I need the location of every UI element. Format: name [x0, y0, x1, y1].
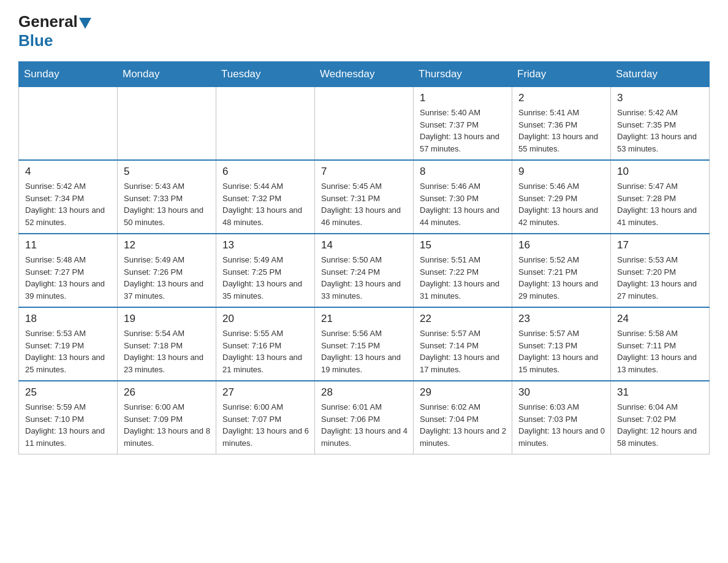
- day-info: Sunrise: 5:40 AMSunset: 7:37 PMDaylight:…: [420, 107, 507, 155]
- day-info: Sunrise: 6:01 AMSunset: 7:06 PMDaylight:…: [321, 401, 408, 449]
- day-number: 4: [25, 166, 112, 178]
- calendar-cell: 11Sunrise: 5:48 AMSunset: 7:27 PMDayligh…: [19, 234, 118, 307]
- day-number: 6: [222, 166, 309, 178]
- day-number: 24: [617, 313, 704, 325]
- calendar-cell: 29Sunrise: 6:02 AMSunset: 7:04 PMDayligh…: [414, 381, 512, 454]
- day-number: 21: [321, 313, 408, 325]
- calendar-cell: 23Sunrise: 5:57 AMSunset: 7:13 PMDayligh…: [512, 307, 611, 381]
- calendar-cell: 13Sunrise: 5:49 AMSunset: 7:25 PMDayligh…: [216, 234, 315, 307]
- day-info: Sunrise: 5:59 AMSunset: 7:10 PMDaylight:…: [25, 401, 112, 449]
- day-number: 17: [617, 239, 704, 251]
- day-info: Sunrise: 5:48 AMSunset: 7:27 PMDaylight:…: [25, 254, 112, 302]
- day-info: Sunrise: 5:51 AMSunset: 7:22 PMDaylight:…: [420, 254, 507, 302]
- day-number: 27: [222, 386, 309, 399]
- day-number: 14: [321, 239, 408, 251]
- logo-blue-text: Blue: [18, 31, 53, 50]
- calendar-cell: [216, 87, 315, 161]
- day-number: 1: [420, 92, 507, 104]
- day-number: 28: [321, 386, 408, 399]
- calendar-week-row: 25Sunrise: 5:59 AMSunset: 7:10 PMDayligh…: [19, 381, 710, 454]
- day-number: 15: [420, 239, 507, 251]
- day-info: Sunrise: 5:55 AMSunset: 7:16 PMDaylight:…: [222, 327, 309, 375]
- day-number: 18: [25, 313, 112, 325]
- logo-triangle-icon: [79, 18, 91, 29]
- day-number: 23: [518, 313, 605, 325]
- day-number: 26: [124, 386, 211, 399]
- page-header: General Blue: [18, 12, 710, 50]
- day-info: Sunrise: 6:03 AMSunset: 7:03 PMDaylight:…: [518, 401, 605, 449]
- day-info: Sunrise: 5:49 AMSunset: 7:26 PMDaylight:…: [124, 254, 211, 302]
- calendar-cell: 1Sunrise: 5:40 AMSunset: 7:37 PMDaylight…: [414, 87, 512, 161]
- day-info: Sunrise: 5:41 AMSunset: 7:36 PMDaylight:…: [518, 107, 605, 155]
- calendar-cell: 12Sunrise: 5:49 AMSunset: 7:26 PMDayligh…: [118, 234, 216, 307]
- calendar-week-row: 18Sunrise: 5:53 AMSunset: 7:19 PMDayligh…: [19, 307, 710, 381]
- calendar-cell: 7Sunrise: 5:45 AMSunset: 7:31 PMDaylight…: [315, 160, 414, 234]
- calendar-week-row: 1Sunrise: 5:40 AMSunset: 7:37 PMDaylight…: [19, 87, 710, 161]
- day-info: Sunrise: 5:54 AMSunset: 7:18 PMDaylight:…: [124, 327, 211, 375]
- day-info: Sunrise: 5:42 AMSunset: 7:34 PMDaylight:…: [25, 180, 112, 228]
- calendar-cell: 17Sunrise: 5:53 AMSunset: 7:20 PMDayligh…: [611, 234, 710, 307]
- column-header-saturday: Saturday: [611, 62, 710, 87]
- day-number: 11: [25, 239, 112, 251]
- calendar-cell: 25Sunrise: 5:59 AMSunset: 7:10 PMDayligh…: [19, 381, 118, 454]
- calendar-cell: 15Sunrise: 5:51 AMSunset: 7:22 PMDayligh…: [414, 234, 512, 307]
- day-number: 25: [25, 386, 112, 399]
- calendar-cell: 27Sunrise: 6:00 AMSunset: 7:07 PMDayligh…: [216, 381, 315, 454]
- day-info: Sunrise: 5:57 AMSunset: 7:14 PMDaylight:…: [420, 327, 507, 375]
- day-number: 19: [124, 313, 211, 325]
- calendar-cell: 14Sunrise: 5:50 AMSunset: 7:24 PMDayligh…: [315, 234, 414, 307]
- calendar-table: SundayMondayTuesdayWednesdayThursdayFrid…: [18, 61, 710, 454]
- day-number: 9: [518, 166, 605, 178]
- day-number: 10: [617, 166, 704, 178]
- calendar-week-row: 4Sunrise: 5:42 AMSunset: 7:34 PMDaylight…: [19, 160, 710, 234]
- column-header-thursday: Thursday: [414, 62, 512, 87]
- logo: General Blue: [18, 12, 93, 50]
- calendar-cell: 24Sunrise: 5:58 AMSunset: 7:11 PMDayligh…: [611, 307, 710, 381]
- calendar-cell: 8Sunrise: 5:46 AMSunset: 7:30 PMDaylight…: [414, 160, 512, 234]
- calendar-cell: 31Sunrise: 6:04 AMSunset: 7:02 PMDayligh…: [611, 381, 710, 454]
- day-info: Sunrise: 6:00 AMSunset: 7:09 PMDaylight:…: [124, 401, 211, 449]
- day-info: Sunrise: 6:02 AMSunset: 7:04 PMDaylight:…: [420, 401, 507, 449]
- column-header-sunday: Sunday: [19, 62, 118, 87]
- day-info: Sunrise: 5:58 AMSunset: 7:11 PMDaylight:…: [617, 327, 704, 375]
- column-header-wednesday: Wednesday: [315, 62, 414, 87]
- day-number: 7: [321, 166, 408, 178]
- day-info: Sunrise: 5:44 AMSunset: 7:32 PMDaylight:…: [222, 180, 309, 228]
- day-number: 16: [518, 239, 605, 251]
- day-info: Sunrise: 6:00 AMSunset: 7:07 PMDaylight:…: [222, 401, 309, 449]
- column-header-monday: Monday: [118, 62, 216, 87]
- calendar-header-row: SundayMondayTuesdayWednesdayThursdayFrid…: [19, 62, 710, 87]
- day-info: Sunrise: 5:42 AMSunset: 7:35 PMDaylight:…: [617, 107, 704, 155]
- calendar-cell: 18Sunrise: 5:53 AMSunset: 7:19 PMDayligh…: [19, 307, 118, 381]
- day-number: 12: [124, 239, 211, 251]
- calendar-cell: 9Sunrise: 5:46 AMSunset: 7:29 PMDaylight…: [512, 160, 611, 234]
- day-number: 29: [420, 386, 507, 399]
- calendar-cell: 28Sunrise: 6:01 AMSunset: 7:06 PMDayligh…: [315, 381, 414, 454]
- calendar-cell: 19Sunrise: 5:54 AMSunset: 7:18 PMDayligh…: [118, 307, 216, 381]
- day-info: Sunrise: 5:46 AMSunset: 7:29 PMDaylight:…: [518, 180, 605, 228]
- calendar-week-row: 11Sunrise: 5:48 AMSunset: 7:27 PMDayligh…: [19, 234, 710, 307]
- calendar-cell: 20Sunrise: 5:55 AMSunset: 7:16 PMDayligh…: [216, 307, 315, 381]
- calendar-cell: 10Sunrise: 5:47 AMSunset: 7:28 PMDayligh…: [611, 160, 710, 234]
- logo-general-text: General: [18, 12, 78, 31]
- day-number: 8: [420, 166, 507, 178]
- day-info: Sunrise: 5:46 AMSunset: 7:30 PMDaylight:…: [420, 180, 507, 228]
- day-info: Sunrise: 5:45 AMSunset: 7:31 PMDaylight:…: [321, 180, 408, 228]
- day-info: Sunrise: 5:56 AMSunset: 7:15 PMDaylight:…: [321, 327, 408, 375]
- calendar-cell: 21Sunrise: 5:56 AMSunset: 7:15 PMDayligh…: [315, 307, 414, 381]
- column-header-friday: Friday: [512, 62, 611, 87]
- calendar-cell: 5Sunrise: 5:43 AMSunset: 7:33 PMDaylight…: [118, 160, 216, 234]
- calendar-cell: 2Sunrise: 5:41 AMSunset: 7:36 PMDaylight…: [512, 87, 611, 161]
- calendar-cell: 6Sunrise: 5:44 AMSunset: 7:32 PMDaylight…: [216, 160, 315, 234]
- calendar-cell: [118, 87, 216, 161]
- day-number: 2: [518, 92, 605, 104]
- day-info: Sunrise: 5:50 AMSunset: 7:24 PMDaylight:…: [321, 254, 408, 302]
- calendar-cell: [19, 87, 118, 161]
- day-info: Sunrise: 5:47 AMSunset: 7:28 PMDaylight:…: [617, 180, 704, 228]
- day-number: 31: [617, 386, 704, 399]
- day-info: Sunrise: 5:49 AMSunset: 7:25 PMDaylight:…: [222, 254, 309, 302]
- calendar-cell: 30Sunrise: 6:03 AMSunset: 7:03 PMDayligh…: [512, 381, 611, 454]
- calendar-cell: 16Sunrise: 5:52 AMSunset: 7:21 PMDayligh…: [512, 234, 611, 307]
- day-number: 22: [420, 313, 507, 325]
- day-number: 5: [124, 166, 211, 178]
